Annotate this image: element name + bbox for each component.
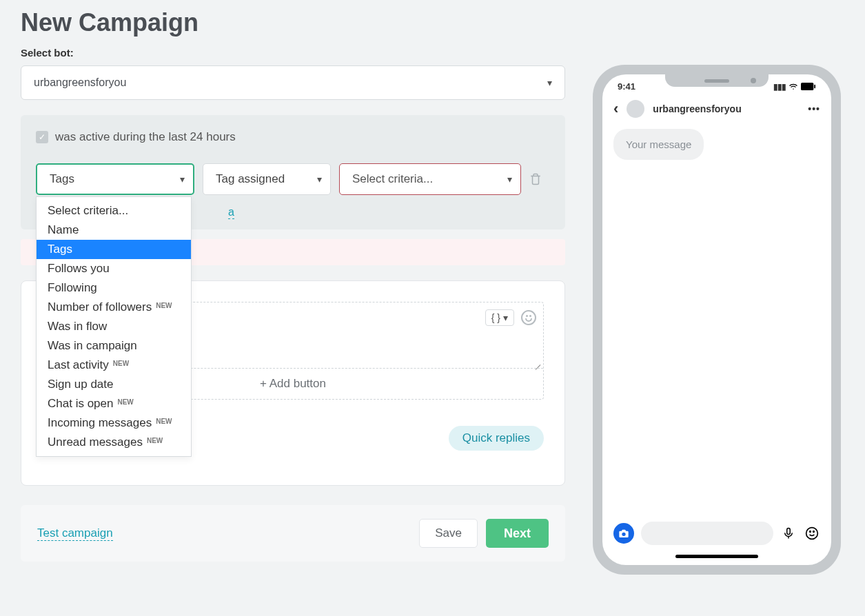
dropdown-option[interactable]: Sign up date	[37, 375, 191, 394]
new-badge: NEW	[156, 302, 172, 309]
camera-icon	[618, 528, 629, 539]
chevron-down-icon: ▾	[507, 174, 512, 185]
svg-rect-1	[814, 85, 815, 89]
signal-icon: ▮▮▮	[773, 82, 786, 92]
criteria-condition-value: Tag assigned	[216, 172, 285, 186]
test-campaign-link[interactable]: Test campaign	[37, 526, 113, 541]
dropdown-option[interactable]: Select criteria...	[37, 201, 191, 220]
dropdown-option-label: Was in campaign	[48, 339, 137, 353]
dropdown-option-label: Incoming messages	[48, 416, 152, 430]
braces-icon: { }	[491, 312, 500, 323]
active-checkbox[interactable]: ✓	[36, 131, 48, 143]
next-button[interactable]: Next	[486, 519, 549, 548]
bot-select[interactable]: urbangreensforyou ▾	[21, 65, 565, 100]
dropdown-option-label: Follows you	[48, 262, 110, 276]
dropdown-option[interactable]: Tags	[37, 240, 191, 259]
dropdown-option[interactable]: Number of followersNEW	[37, 298, 191, 317]
phone-preview: 9:41 ▮▮▮ ‹ urbangreensforyou ••• Your me…	[593, 65, 841, 575]
dropdown-option-label: Select criteria...	[48, 204, 128, 218]
dropdown-option[interactable]: Was in campaign	[37, 336, 191, 356]
page-title: New Campaign	[21, 8, 565, 37]
trash-icon	[529, 173, 542, 185]
chevron-down-icon: ▾	[317, 174, 322, 185]
criteria-field-dropdown: Select criteria...NameTagsFollows youFol…	[36, 196, 192, 457]
svg-rect-0	[801, 83, 813, 90]
mic-button[interactable]	[780, 525, 797, 542]
back-button[interactable]: ‹	[613, 100, 618, 118]
chevron-down-icon: ▾	[503, 312, 508, 323]
chat-username: urbangreensforyou	[653, 103, 800, 114]
chat-body: Your message	[602, 126, 831, 513]
dropdown-option-label: Last activity	[48, 358, 109, 372]
chevron-down-icon: ▾	[547, 77, 552, 88]
quick-replies-button[interactable]: Quick replies	[449, 426, 544, 451]
dropdown-option[interactable]: Incoming messagesNEW	[37, 413, 191, 433]
avatar	[627, 100, 644, 118]
svg-point-5	[813, 531, 815, 533]
chevron-down-icon: ▾	[180, 174, 185, 185]
emoji-button[interactable]	[804, 525, 820, 542]
save-button[interactable]: Save	[419, 519, 478, 548]
phone-time: 9:41	[618, 81, 635, 92]
dropdown-option[interactable]: Last activityNEW	[37, 356, 191, 375]
active-checkbox-label: was active during the last 24 hours	[55, 130, 236, 144]
camera-button[interactable]	[613, 523, 634, 544]
footer-bar: Test campaign Save Next	[21, 505, 565, 562]
message-bubble: Your message	[613, 129, 704, 160]
dropdown-option[interactable]: Was in flow	[37, 317, 191, 336]
svg-point-3	[806, 528, 818, 540]
dropdown-option-label: Following	[48, 281, 97, 295]
dropdown-option-label: Was in flow	[48, 320, 107, 333]
new-badge: NEW	[156, 418, 172, 425]
new-badge: NEW	[147, 437, 163, 444]
bot-select-value: urbangreensforyou	[34, 76, 126, 89]
criteria-value-placeholder: Select criteria...	[352, 172, 433, 186]
svg-rect-2	[787, 528, 791, 535]
dropdown-option-label: Sign up date	[48, 378, 113, 391]
mic-icon	[782, 527, 795, 540]
dropdown-option-label: Name	[48, 223, 79, 237]
resize-handle[interactable]	[533, 358, 540, 365]
svg-point-4	[810, 531, 811, 533]
criteria-field-select[interactable]: Tags ▾	[36, 163, 194, 195]
filters-card: ✓ was active during the last 24 hours Ta…	[21, 115, 565, 229]
dropdown-option-label: Chat is open	[48, 397, 113, 411]
wifi-icon	[788, 83, 798, 91]
add-criteria-link[interactable]: a	[228, 206, 234, 219]
select-bot-label: Select bot:	[21, 47, 565, 59]
battery-icon	[801, 83, 816, 90]
smile-icon	[805, 526, 819, 540]
dropdown-option[interactable]: Follows you	[37, 259, 191, 278]
more-menu-button[interactable]: •••	[808, 103, 820, 114]
variables-button[interactable]: { } ▾	[485, 309, 514, 326]
new-badge: NEW	[113, 360, 129, 367]
emoji-button[interactable]	[521, 310, 536, 325]
home-indicator	[675, 555, 758, 558]
dropdown-option[interactable]: Chat is openNEW	[37, 394, 191, 413]
dropdown-option[interactable]: Unread messagesNEW	[37, 433, 191, 452]
new-badge: NEW	[117, 398, 133, 406]
phone-notch	[665, 74, 769, 87]
dropdown-option[interactable]: Name	[37, 220, 191, 240]
criteria-value-select[interactable]: Select criteria... ▾	[339, 163, 521, 195]
delete-criteria-button[interactable]	[529, 173, 542, 185]
dropdown-option[interactable]: Following	[37, 278, 191, 298]
dropdown-option-label: Tags	[48, 243, 72, 256]
chat-input[interactable]	[641, 522, 773, 545]
criteria-condition-select[interactable]: Tag assigned ▾	[203, 163, 331, 195]
dropdown-option-label: Number of followers	[48, 300, 152, 314]
criteria-row: Tags ▾ Tag assigned ▾ Select criteria...…	[36, 163, 550, 195]
criteria-field-value: Tags	[50, 172, 74, 186]
phone-status-icons: ▮▮▮	[773, 82, 816, 92]
dropdown-option-label: Unread messages	[48, 435, 143, 449]
